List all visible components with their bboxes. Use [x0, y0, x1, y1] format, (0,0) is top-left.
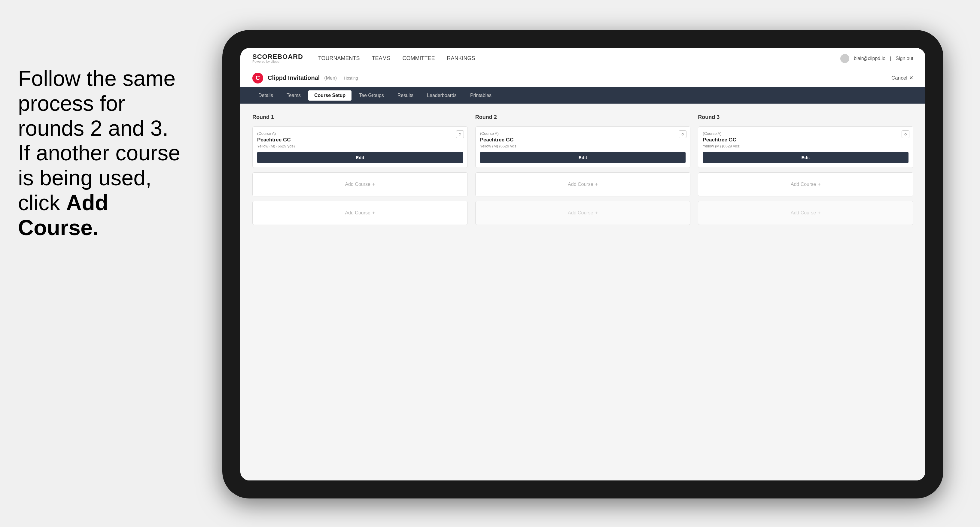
tablet-screen: SCOREBOARD Powered by clippd TOURNAMENTS… [240, 48, 925, 481]
round-2-remove-button[interactable]: ○ [679, 130, 686, 138]
sign-out-separator: | [890, 56, 891, 61]
round-2-add-course-2-label: Add Course [568, 210, 593, 216]
round-3-course-details: Yellow (M) (6629 yds) [703, 144, 908, 148]
nav-left: SCOREBOARD Powered by clippd TOURNAMENTS… [252, 54, 475, 63]
round-2-add-course-1-plus-icon: + [595, 182, 598, 187]
logo-sub: Powered by clippd [252, 60, 303, 63]
round-1-add-course-2[interactable]: Add Course + [252, 201, 468, 225]
round-1-course-details: Yellow (M) (6629 yds) [257, 144, 463, 148]
nav-tournaments[interactable]: TOURNAMENTS [318, 54, 360, 63]
round-1-edit-button[interactable]: Edit [257, 152, 463, 163]
round-3-add-course-1-label: Add Course [791, 182, 816, 187]
rounds-grid: Round 1 ○ (Course A) Peachtree GC Yellow… [252, 114, 913, 225]
instruction-line3: rounds 2 and 3. [18, 116, 168, 140]
user-avatar [840, 54, 849, 63]
add-course-1-plus-icon: + [372, 182, 375, 187]
round-1-title: Round 1 [252, 114, 468, 121]
round-1-remove-button[interactable]: ○ [456, 130, 464, 138]
round-2-course-label: (Course A) [480, 131, 686, 136]
instruction-line4: If another course [18, 141, 180, 165]
logo-main: SCOREBOARD [252, 54, 303, 60]
user-email: blair@clippd.io [854, 56, 885, 61]
hosting-badge: Hosting [344, 76, 358, 81]
round-1-add-course-1[interactable]: Add Course + [252, 172, 468, 196]
instruction-line5: is being used, [18, 166, 151, 190]
tab-leaderboards[interactable]: Leaderboards [421, 90, 463, 101]
nav-right: blair@clippd.io | Sign out [840, 54, 913, 63]
tournament-bar-left: C Clippd Invitational (Men) Hosting [252, 73, 358, 84]
nav-committee[interactable]: COMMITTEE [402, 54, 435, 63]
add-course-2-label: Add Course [345, 210, 371, 216]
round-3-column: Round 3 ○ (Course A) Peachtree GC Yellow… [698, 114, 913, 225]
round-3-course-name: Peachtree GC [703, 137, 908, 143]
round-2-title: Round 2 [475, 114, 691, 121]
main-content: Round 1 ○ (Course A) Peachtree GC Yellow… [240, 103, 925, 481]
tab-tee-groups[interactable]: Tee Groups [353, 90, 390, 101]
round-2-add-course-1-label: Add Course [568, 182, 593, 187]
instruction-panel: Follow the same process for rounds 2 and… [0, 54, 204, 252]
round-2-course-card: ○ (Course A) Peachtree GC Yellow (M) (66… [475, 126, 691, 168]
tournament-name: Clippd Invitational [268, 75, 320, 81]
nav-rankings[interactable]: RANKINGS [447, 54, 475, 63]
tab-results[interactable]: Results [391, 90, 419, 101]
round-3-title: Round 3 [698, 114, 913, 121]
round-2-add-course-2: Add Course + [475, 201, 691, 225]
tab-teams[interactable]: Teams [281, 90, 307, 101]
tab-printables[interactable]: Printables [464, 90, 498, 101]
round-3-course-label: (Course A) [703, 131, 908, 136]
tab-course-setup[interactable]: Course Setup [308, 90, 352, 101]
cancel-x-icon: ✕ [909, 75, 913, 81]
sign-out-link[interactable]: Sign out [896, 56, 913, 61]
round-3-add-course-2-label: Add Course [791, 210, 816, 216]
round-3-remove-button[interactable]: ○ [902, 130, 909, 138]
tablet-frame: SCOREBOARD Powered by clippd TOURNAMENTS… [222, 30, 943, 498]
tournament-subtitle: (Men) [324, 75, 337, 81]
round-1-column: Round 1 ○ (Course A) Peachtree GC Yellow… [252, 114, 468, 225]
cancel-button[interactable]: Cancel ✕ [891, 75, 913, 81]
tab-bar: Details Teams Course Setup Tee Groups Re… [240, 87, 925, 103]
nav-menu: TOURNAMENTS TEAMS COMMITTEE RANKINGS [318, 54, 475, 63]
instruction-line2: process for [18, 91, 125, 115]
round-2-add-course-1[interactable]: Add Course + [475, 172, 691, 196]
add-course-2-plus-icon: + [372, 210, 375, 216]
tab-details[interactable]: Details [252, 90, 279, 101]
round-3-add-course-2-plus-icon: + [818, 210, 821, 216]
round-1-course-card: ○ (Course A) Peachtree GC Yellow (M) (66… [252, 126, 468, 168]
round-1-course-name: Peachtree GC [257, 137, 463, 143]
top-nav: SCOREBOARD Powered by clippd TOURNAMENTS… [240, 48, 925, 69]
nav-teams[interactable]: TEAMS [372, 54, 391, 63]
round-3-edit-button[interactable]: Edit [703, 152, 908, 163]
scoreboard-logo: SCOREBOARD Powered by clippd [252, 54, 303, 63]
add-course-1-label: Add Course [345, 182, 371, 187]
round-2-edit-button[interactable]: Edit [480, 152, 686, 163]
instruction-line6-normal: click [18, 190, 66, 215]
round-2-column: Round 2 ○ (Course A) Peachtree GC Yellow… [475, 114, 691, 225]
instruction-line1: Follow the same [18, 67, 175, 90]
round-3-add-course-2: Add Course + [698, 201, 913, 225]
tournament-bar: C Clippd Invitational (Men) Hosting Canc… [240, 69, 925, 87]
round-2-course-name: Peachtree GC [480, 137, 686, 143]
round-2-add-course-2-plus-icon: + [595, 210, 598, 216]
round-3-add-course-1[interactable]: Add Course + [698, 172, 913, 196]
round-3-add-course-1-plus-icon: + [818, 182, 821, 187]
round-1-course-label: (Course A) [257, 131, 463, 136]
clippd-icon: C [252, 73, 263, 84]
round-2-course-details: Yellow (M) (6629 yds) [480, 144, 686, 148]
round-3-course-card: ○ (Course A) Peachtree GC Yellow (M) (66… [698, 126, 913, 168]
